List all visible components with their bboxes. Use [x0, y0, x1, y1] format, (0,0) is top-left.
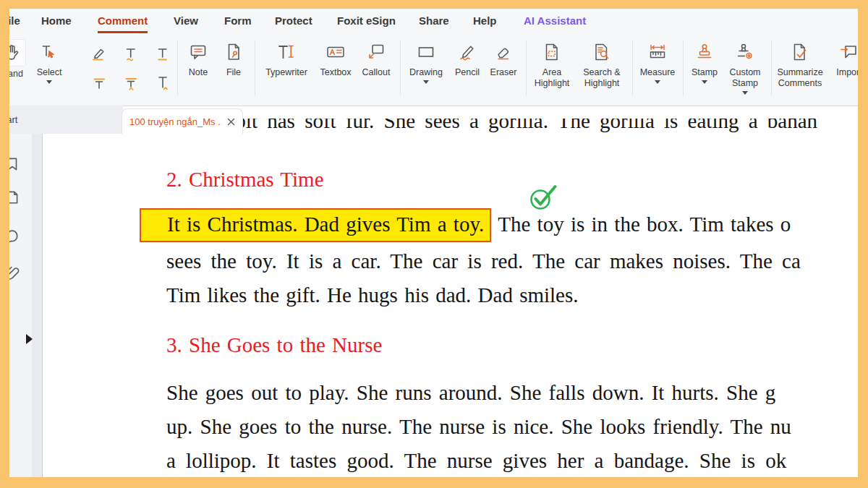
tool-label: Area Highlight [530, 67, 574, 89]
ribbon-header: File Home Comment View Form Protect Foxi… [9, 9, 858, 106]
section-heading: 3. She Goes to the Nurse [166, 333, 382, 357]
tool-label: Summarize Comments [775, 67, 825, 89]
menu-home[interactable]: Home [41, 9, 72, 33]
expand-panel-arrow-icon[interactable] [26, 334, 33, 344]
menu-comment[interactable]: Comment [98, 9, 148, 33]
tool-drawing[interactable]: Drawing [404, 39, 448, 84]
tool-custom-stamp[interactable]: Custom Stamp [723, 39, 767, 95]
textbox-icon [323, 39, 349, 65]
menu-form[interactable]: Form [224, 9, 252, 33]
tool-label: Drawing [409, 67, 443, 78]
tool-label: Pencil [455, 67, 480, 78]
tool-label: Eraser [490, 67, 517, 78]
panel-divider[interactable] [42, 134, 43, 477]
chevron-down-icon [655, 80, 660, 84]
squiggly-underline-icon [121, 44, 141, 64]
chevron-down-icon [46, 80, 52, 84]
tool-eraser[interactable]: Eraser [485, 39, 522, 78]
tool-measure[interactable]: Measure [635, 39, 680, 84]
paragraph-line: up. She goes to the nurse. The nurse is … [166, 415, 791, 439]
tab-document[interactable]: 100 truyện ngắn_Ms ... [122, 108, 243, 134]
tool-area-highlight[interactable]: Area Highlight [529, 39, 574, 89]
tool-label: Select [37, 67, 62, 78]
tool-label: Callout [362, 67, 391, 78]
tool-file-attachment[interactable]: File [217, 39, 250, 78]
tool-summarize-comments[interactable]: Summarize Comments [774, 39, 826, 89]
tool-pencil[interactable]: Pencil [451, 39, 484, 78]
eraser-icon [490, 39, 516, 65]
tool-underline[interactable] [147, 41, 179, 67]
highlighted-sentence-row: It is Christmas. Dad gives Tim a toy. Th… [140, 208, 791, 242]
select-icon [36, 39, 62, 65]
window-frame-bottom [0, 477, 868, 488]
note-icon [185, 39, 211, 65]
chevron-down-icon [702, 80, 707, 84]
highlight-icon [89, 44, 109, 64]
tool-highlight[interactable] [83, 41, 115, 67]
menu-view[interactable]: View [174, 9, 198, 33]
underline-icon [153, 44, 173, 64]
summarize-comments-icon [787, 39, 813, 65]
typewriter-icon [273, 39, 299, 65]
tool-typewriter[interactable]: Typewriter [258, 39, 315, 78]
tool-search-highlight[interactable]: Search & Highlight [576, 39, 628, 89]
chevron-down-icon [423, 80, 429, 84]
area-highlight-icon [539, 39, 565, 65]
tool-stamp[interactable]: Stamp [687, 39, 722, 84]
paragraph-line: Tim likes the gift. He hugs his dad. Dad… [166, 283, 579, 307]
toolbar-divider [683, 40, 684, 95]
toolbar-divider [255, 40, 255, 95]
foxit-window: File Home Comment View Form Protect Foxi… [0, 0, 868, 488]
search-highlight-icon [589, 39, 615, 65]
drawing-icon [413, 39, 439, 65]
insert-text-icon [153, 72, 173, 93]
tool-label: Textbox [320, 67, 351, 78]
menu-protect[interactable]: Protect [275, 9, 312, 33]
file-attachment-icon [221, 39, 247, 65]
menu-share[interactable]: Share [419, 9, 449, 33]
measure-icon [644, 39, 671, 65]
strikeout-icon [89, 72, 109, 93]
tool-textbox[interactable]: Textbox [316, 39, 355, 78]
tool-label: Typewriter [265, 67, 307, 78]
tab-start-label: Start [9, 114, 17, 125]
tool-replace-text[interactable] [115, 69, 147, 95]
paragraph-line: The toy is in the box. Tim takes o [498, 208, 791, 242]
toolbar-divider [526, 40, 527, 95]
tool-select[interactable]: Select [30, 39, 68, 84]
tool-strikeout[interactable] [83, 69, 115, 95]
tool-squiggly-underline[interactable] [115, 41, 147, 67]
tool-note[interactable]: Note [182, 39, 214, 78]
tool-insert-text[interactable] [147, 69, 179, 95]
menu-help[interactable]: Help [473, 9, 497, 33]
highlight-annotation[interactable]: It is Christmas. Dad gives Tim a toy. [140, 208, 491, 242]
navigation-panel-track [32, 134, 42, 477]
tool-label: Measure [640, 67, 676, 78]
close-icon[interactable] [227, 118, 235, 126]
menu-foxit-esign[interactable]: Foxit eSign [337, 9, 396, 33]
window-frame-left [0, 0, 9, 488]
pencil-icon [454, 39, 480, 65]
toolbar-divider [177, 40, 178, 95]
section-heading: 2. Christmas Time [166, 168, 324, 192]
document-clipped-line: The rabbit has soft fur. She sees a gori… [166, 119, 868, 141]
toolbar-divider [632, 40, 633, 95]
tool-label: Note [189, 67, 208, 78]
tab-document-label: 100 truyện ngắn_Ms ... [129, 116, 221, 127]
custom-stamp-icon [732, 39, 758, 65]
tool-label: Stamp [692, 67, 718, 78]
tool-label: File [226, 67, 241, 78]
callout-icon [363, 39, 389, 65]
tool-callout[interactable]: Callout [357, 39, 396, 78]
paragraph-line: a lollipop. It tastes good. The nurse gi… [166, 449, 786, 473]
stamp-icon [692, 39, 718, 65]
tool-label: Search & Highlight [578, 67, 626, 89]
tab-start[interactable]: Start [9, 106, 123, 134]
tool-label: Custom Stamp [726, 67, 764, 89]
window-frame-right [858, 0, 868, 488]
approved-check-icon [529, 183, 558, 212]
replace-text-icon [121, 72, 141, 93]
menu-ai-assistant[interactable]: AI Assistant [524, 9, 586, 33]
window-frame-top [0, 0, 868, 9]
toolbar-divider [400, 40, 401, 95]
